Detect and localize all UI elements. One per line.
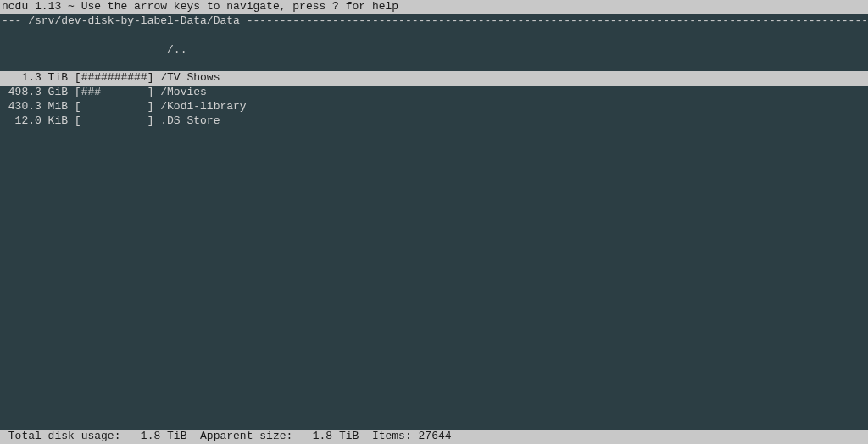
apparent-size-value: 1.8 TiB (313, 430, 359, 442)
usage-bar (81, 114, 147, 127)
parent-dir-row[interactable]: /.. (0, 43, 868, 58)
parent-dir-label: /.. (167, 43, 186, 56)
help-hint: Use the arrow keys to navigate, press ? … (81, 0, 398, 13)
item-size: 1.3 TiB (2, 71, 68, 84)
path-separator: ----------------------------------------… (247, 14, 868, 27)
usage-bar: ### (81, 86, 147, 98)
program-name: ncdu (2, 0, 28, 13)
item-size: 12.0 KiB (2, 114, 68, 127)
items-value: 27644 (419, 430, 452, 442)
item-name: .DS_Store (160, 114, 220, 127)
item-name: /Movies (160, 86, 207, 98)
list-item[interactable]: 498.3 GiB [### ] /Movies (0, 86, 868, 100)
list-item[interactable]: 1.3 TiB [##########] /TV Shows (0, 71, 868, 86)
items-label: Items: (372, 430, 412, 442)
current-path: /srv/dev-disk-by-label-Data/Data (28, 14, 240, 27)
list-item[interactable]: 430.3 MiB [ ] /Kodi-library (0, 100, 868, 114)
path-line: --- /srv/dev-disk-by-label-Data/Data ---… (0, 14, 868, 29)
directory-listing: /.. 1.3 TiB [##########] /TV Shows 498.3… (0, 29, 868, 143)
usage-bar: ########## (81, 71, 147, 84)
apparent-size-label: Apparent size: (200, 430, 292, 442)
total-usage-label: Total disk usage: (8, 430, 121, 442)
list-item[interactable]: 12.0 KiB [ ] .DS_Store (0, 114, 868, 129)
status-footer: Total disk usage: 1.8 TiB Apparent size:… (0, 430, 868, 444)
app-header: ncdu 1.13 ~ Use the arrow keys to naviga… (0, 0, 868, 14)
path-prefix: --- (2, 14, 21, 27)
program-version: 1.13 (35, 0, 61, 13)
total-usage-value: 1.8 TiB (141, 430, 187, 442)
item-name: /Kodi-library (160, 100, 246, 113)
item-size: 430.3 MiB (2, 100, 68, 113)
item-name: /TV Shows (160, 71, 220, 84)
item-size: 498.3 GiB (2, 86, 68, 98)
usage-bar (81, 100, 147, 113)
